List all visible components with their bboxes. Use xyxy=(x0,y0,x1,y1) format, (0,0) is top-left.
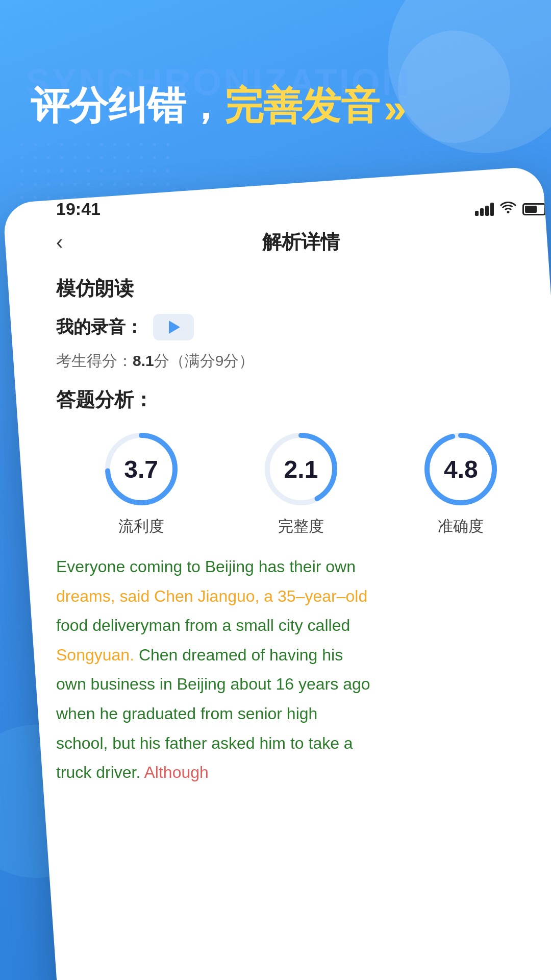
accuracy-score: 4.8 准确度 xyxy=(420,428,502,537)
hero-line1: 评分纠错， xyxy=(31,84,224,127)
back-button[interactable]: ‹ xyxy=(56,231,63,254)
page-title: 解析详情 xyxy=(262,229,340,255)
quote-mark: » xyxy=(384,86,407,131)
passage-line-4: Songyuan. Chen dreamed of having his xyxy=(56,641,546,670)
passage-text: Everyone coming to Beijing has their own… xyxy=(56,552,546,788)
play-button[interactable] xyxy=(153,314,194,340)
mimicry-title: 模仿朗读 xyxy=(56,276,546,302)
score-display: 考生得分：8.1分（满分9分） xyxy=(56,351,546,372)
passage-line-8: truck driver. Although xyxy=(56,758,546,788)
passage-line-1: Everyone coming to Beijing has their own xyxy=(56,552,546,582)
recording-row: 我的录音： xyxy=(56,314,546,340)
fluency-value: 3.7 xyxy=(124,455,158,483)
battery-icon xyxy=(522,203,546,215)
score-value: 8.1 xyxy=(133,352,154,369)
bg-decoration-2 xyxy=(398,31,510,143)
fluency-score: 3.7 流利度 xyxy=(101,428,182,537)
play-icon xyxy=(169,321,180,334)
signal-icon xyxy=(475,203,494,216)
score-prefix: 考生得分： xyxy=(56,352,133,369)
clock: 19:41 xyxy=(56,199,101,219)
hero-text: 评分纠错，完善发音» xyxy=(31,84,407,131)
completeness-score: 2.1 完整度 xyxy=(260,428,342,537)
phone-card: 19:41 xyxy=(3,166,551,980)
completeness-value: 2.1 xyxy=(284,455,318,483)
accuracy-value: 4.8 xyxy=(444,455,478,483)
passage-line-6: when he graduated from senior high xyxy=(56,699,546,729)
analysis-title: 答题分析： xyxy=(56,387,546,413)
fluency-label: 流利度 xyxy=(118,516,164,537)
passage-line-2: dreams, said Chen Jianguo, a 35–year–old xyxy=(56,582,546,611)
recording-label: 我的录音： xyxy=(56,315,143,339)
wifi-icon xyxy=(500,201,516,217)
completeness-label: 完整度 xyxy=(278,516,324,537)
content-area: 模仿朗读 我的录音： 考生得分：8.1分（满分9分） 答题分析： xyxy=(31,265,551,803)
nav-bar: ‹ 解析详情 xyxy=(31,224,551,265)
fluency-circle: 3.7 xyxy=(101,428,182,510)
accuracy-label: 准确度 xyxy=(438,516,484,537)
score-circles: 3.7 流利度 2.1 完整度 xyxy=(56,428,546,537)
hero-highlight: 完善发音 xyxy=(224,84,380,127)
completeness-circle: 2.1 xyxy=(260,428,342,510)
passage-line-3: food deliveryman from a small city calle… xyxy=(56,611,546,641)
score-suffix: 分（满分9分） xyxy=(154,352,255,369)
accuracy-circle: 4.8 xyxy=(420,428,502,510)
passage-line-7: school, but his father asked him to take… xyxy=(56,729,546,758)
status-icons xyxy=(475,201,546,217)
passage-line-5: own business in Beijing about 16 years a… xyxy=(56,670,546,699)
